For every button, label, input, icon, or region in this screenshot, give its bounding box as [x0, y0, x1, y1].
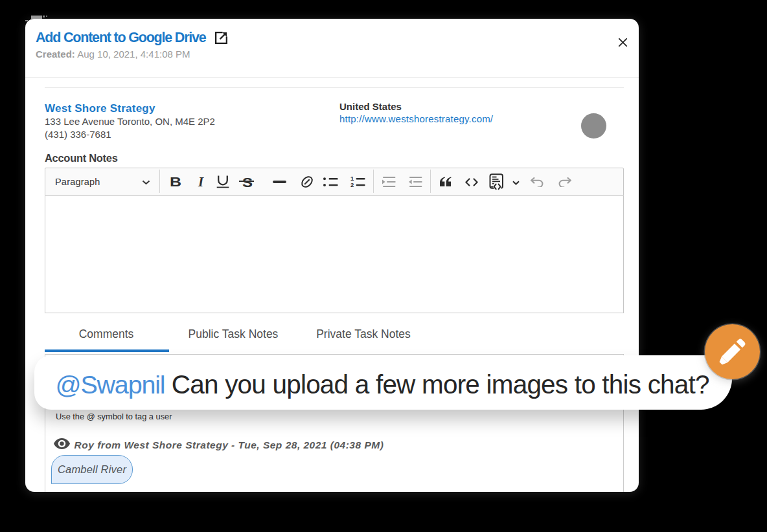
svg-text:2: 2 — [350, 181, 354, 187]
